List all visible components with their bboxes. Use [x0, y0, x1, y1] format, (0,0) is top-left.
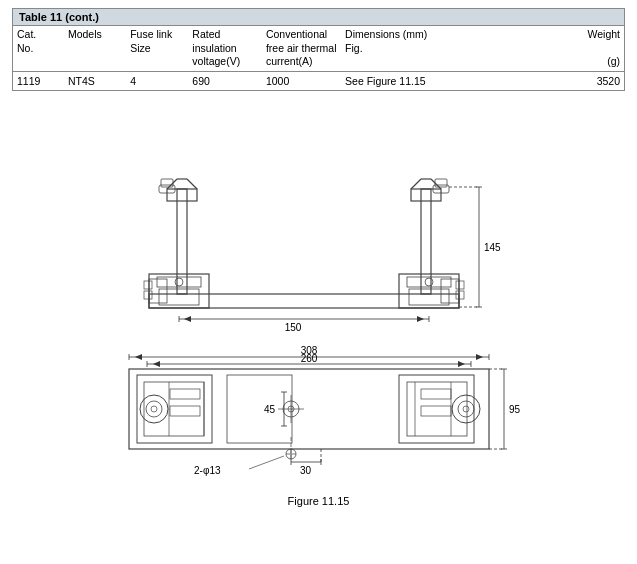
header-conventional: Conventionalfree air thermalcurrent(A) — [262, 26, 341, 71]
figure-svg: 145 150 — [29, 99, 609, 489]
dim-95: 95 — [509, 404, 521, 415]
svg-point-3 — [175, 278, 183, 286]
dim-260: 260 — [300, 353, 317, 364]
svg-point-56 — [452, 395, 480, 423]
cell-dimensions: See Figure 11.15 — [341, 71, 567, 90]
svg-rect-41 — [144, 382, 204, 436]
svg-point-57 — [458, 401, 474, 417]
table-container: Table 11 (cont.) Cat.No. Models Fuse lin… — [12, 8, 625, 91]
svg-rect-60 — [421, 389, 451, 399]
dim-2phi13: 2-φ13 — [194, 465, 221, 476]
svg-point-58 — [463, 406, 469, 412]
cell-fuse-link: 4 — [126, 71, 188, 90]
data-table: Cat.No. Models Fuse linkSize Ratedinsula… — [13, 26, 624, 90]
dim-30: 30 — [300, 465, 312, 476]
header-weight: Weight(g) — [567, 26, 624, 71]
svg-point-7 — [425, 278, 433, 286]
dim-150: 150 — [284, 322, 301, 333]
svg-rect-14 — [144, 281, 152, 289]
svg-rect-40 — [137, 375, 212, 443]
svg-line-26 — [411, 179, 421, 189]
svg-rect-21 — [456, 281, 464, 289]
svg-rect-39 — [129, 369, 489, 449]
dim-45: 45 — [264, 404, 276, 415]
header-rated: Ratedinsulationvoltage(V) — [188, 26, 262, 71]
svg-rect-2 — [157, 277, 201, 287]
svg-marker-66 — [135, 354, 142, 360]
svg-line-24 — [187, 179, 197, 189]
svg-line-85 — [249, 456, 284, 469]
svg-rect-10 — [167, 189, 197, 201]
cell-rated: 690 — [188, 71, 262, 90]
header-fuse: Fuse linkSize — [126, 26, 188, 71]
page-container: Table 11 (cont.) Cat.No. Models Fuse lin… — [0, 0, 637, 564]
svg-rect-22 — [456, 291, 464, 299]
table-row: 1119 NT4S 4 690 1000 See Figure 11.15 35… — [13, 71, 624, 90]
svg-line-23 — [167, 179, 177, 189]
svg-point-43 — [146, 401, 162, 417]
svg-rect-19 — [435, 179, 447, 187]
table-title: Table 11 (cont.) — [13, 9, 624, 26]
svg-line-27 — [431, 179, 441, 189]
svg-rect-6 — [407, 277, 451, 287]
cell-cat-no: 1119 — [13, 71, 64, 90]
svg-rect-61 — [421, 406, 451, 416]
header-dimensions: Dimensions (mm)Fig. — [341, 26, 567, 71]
svg-marker-67 — [476, 354, 483, 360]
dim-145: 145 — [484, 242, 501, 253]
table-header-row: Cat.No. Models Fuse linkSize Ratedinsula… — [13, 26, 624, 71]
svg-rect-0 — [149, 294, 459, 308]
svg-marker-72 — [458, 361, 465, 367]
header-models: Models — [64, 26, 126, 71]
svg-rect-15 — [144, 291, 152, 299]
cell-conventional: 1000 — [262, 71, 341, 90]
cell-weight: 3520 — [567, 71, 624, 90]
diagram-area: 145 150 — [12, 99, 625, 507]
svg-marker-37 — [184, 316, 191, 322]
svg-point-44 — [151, 406, 157, 412]
svg-rect-46 — [170, 389, 200, 399]
svg-rect-17 — [411, 189, 441, 201]
svg-rect-12 — [161, 179, 173, 187]
svg-marker-71 — [153, 361, 160, 367]
cell-models: NT4S — [64, 71, 126, 90]
svg-marker-38 — [417, 316, 424, 322]
svg-rect-47 — [170, 406, 200, 416]
figure-label: Figure 11.15 — [288, 495, 350, 507]
header-cat: Cat.No. — [13, 26, 64, 71]
